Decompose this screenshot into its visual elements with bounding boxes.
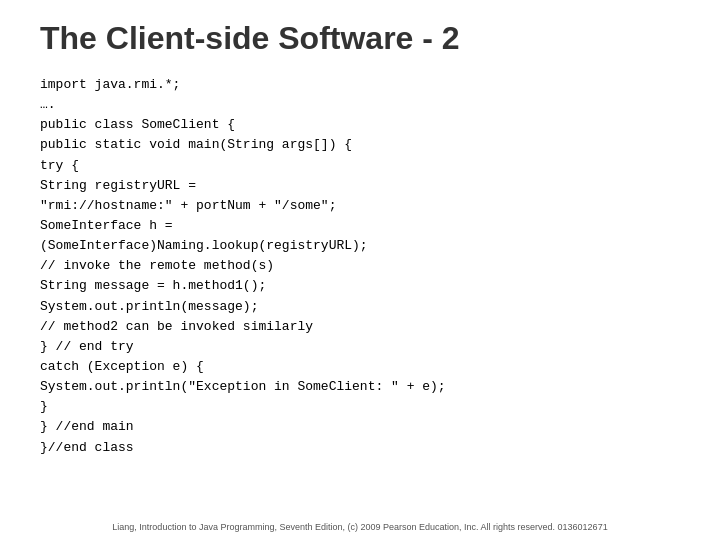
code-block: import java.rmi.*; …. public class SomeC… xyxy=(40,75,690,458)
slide: The Client-side Software - 2 import java… xyxy=(0,0,720,540)
code-line-4: public static void main(String args[]) { xyxy=(40,135,690,155)
code-line-13: // method2 can be invoked similarly xyxy=(40,317,690,337)
code-line-12: System.out.println(message); xyxy=(40,297,690,317)
code-line-10: // invoke the remote method(s) xyxy=(40,256,690,276)
code-line-19: }//end class xyxy=(40,438,690,458)
code-line-6: String registryURL = xyxy=(40,176,690,196)
code-line-3: public class SomeClient { xyxy=(40,115,690,135)
code-line-18: } //end main xyxy=(40,417,690,437)
code-line-2: …. xyxy=(40,95,690,115)
slide-title: The Client-side Software - 2 xyxy=(40,20,690,57)
code-line-16: System.out.println("Exception in SomeCli… xyxy=(40,377,690,397)
code-line-7: "rmi://hostname:" + portNum + "/some"; xyxy=(40,196,690,216)
code-line-5: try { xyxy=(40,156,690,176)
code-line-17: } xyxy=(40,397,690,417)
code-line-15: catch (Exception e) { xyxy=(40,357,690,377)
code-line-1: import java.rmi.*; xyxy=(40,75,690,95)
footer-text: Liang, Introduction to Java Programming,… xyxy=(0,522,720,532)
code-line-11: String message = h.method1(); xyxy=(40,276,690,296)
code-line-9: (SomeInterface)Naming.lookup(registryURL… xyxy=(40,236,690,256)
code-line-8: SomeInterface h = xyxy=(40,216,690,236)
code-line-14: } // end try xyxy=(40,337,690,357)
